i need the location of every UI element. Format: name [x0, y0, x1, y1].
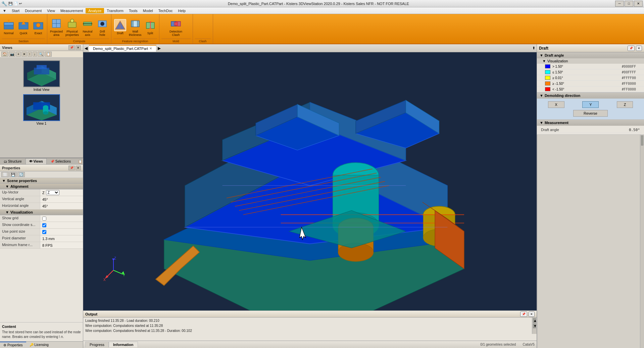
props-panel-pin[interactable]: 📌 [68, 166, 75, 170]
props-tb-btn3[interactable]: 🔄 [17, 172, 25, 177]
svg-text:X: X [103, 278, 106, 282]
visualization-subheader[interactable]: ▼ Visualization [537, 58, 644, 64]
view-thumb-initial[interactable]: Initial View [3, 60, 80, 92]
menu-transform[interactable]: Transform [104, 8, 126, 13]
tab-views[interactable]: 👁 Views [26, 158, 47, 164]
prop-row-pointsize: Use point size [0, 229, 83, 235]
output-line-1: Loading finished 11:35:28 - Load duratio… [85, 318, 530, 323]
measurement-header[interactable]: ▼ Measurement [537, 120, 644, 126]
quick-button[interactable]: Quick [17, 18, 30, 36]
menu-v[interactable]: ▼ [0, 8, 9, 13]
views-panel-close[interactable]: ✕ [76, 45, 81, 50]
color-label-gt150: > 1.50° [552, 65, 620, 68]
views-toolbar-btn1[interactable]: 🏠 [1, 52, 8, 57]
mold-label: Mold [161, 39, 191, 43]
minimize-button[interactable]: ─ [615, 1, 624, 7]
reverse-button[interactable]: Reverse [573, 110, 608, 117]
views-toolbar-btn5[interactable]: ↑ [28, 52, 32, 57]
demold-btn-y[interactable]: Y [582, 101, 599, 108]
neutral-axis-button[interactable]: Neutralaxis [81, 17, 94, 38]
right-panel-close[interactable]: ✕ [636, 46, 642, 51]
normal-button[interactable]: Normal [2, 18, 15, 36]
viewport-tab-main[interactable]: Demo_split_Plastic_Part.CATPart ✕ [89, 45, 156, 52]
right-panel-pin[interactable]: 📌 [628, 46, 635, 51]
color-swatch-ge001 [545, 76, 550, 80]
pointsize-checkbox[interactable] [42, 230, 46, 234]
showgrid-value[interactable] [40, 215, 83, 222]
right-scrollbar-thumb[interactable] [641, 135, 643, 146]
right-panel-scrollbar[interactable] [640, 135, 644, 348]
status-tab-information[interactable]: Information [109, 342, 138, 347]
scene-props-header[interactable]: ▼ Scene properties [0, 178, 83, 184]
views-toolbar-btn4[interactable]: ✕ [21, 52, 27, 57]
tab-properties[interactable]: ⚙ Properties [0, 342, 26, 348]
output-close[interactable]: ✕ [529, 311, 535, 317]
viewport-expand[interactable]: ⬆ [531, 45, 537, 51]
normal-icon [3, 19, 15, 31]
props-tb-btn2[interactable]: 💾 [9, 172, 17, 177]
status-tab-progress[interactable]: Progress [85, 342, 109, 347]
upvector-select[interactable]: Z [46, 190, 59, 195]
menu-document[interactable]: Document [22, 8, 44, 13]
showcoord-value[interactable] [40, 222, 83, 228]
drill-hole-button[interactable]: Drillhole [96, 17, 109, 38]
wall-thickness-button[interactable]: Wallthickness [128, 17, 142, 38]
menu-start[interactable]: Start [9, 8, 22, 13]
views-toolbar-btn3[interactable]: + [16, 52, 21, 57]
close-button[interactable]: ✕ [634, 1, 643, 7]
minfps-label: Minimum frame r... [0, 242, 40, 248]
showgrid-checkbox[interactable] [42, 217, 46, 221]
menu-tools[interactable]: Tools [126, 8, 140, 13]
viewport-tab-close[interactable]: ✕ [149, 47, 152, 50]
views-toolbar-btn6[interactable]: ↓ [33, 52, 37, 57]
exact-button[interactable]: Exact [32, 18, 45, 36]
alignment-header[interactable]: ▼ Alignment [0, 184, 83, 189]
props-tb-btn1[interactable]: ⬜ [1, 172, 9, 177]
view-thumb-view1[interactable]: View 1 [3, 94, 80, 125]
color-label-le150: ≤ 1.50° [552, 70, 620, 74]
detection-clash-button[interactable]: DetectionClash [169, 17, 183, 38]
vertical-value: 45° [40, 196, 83, 202]
output-scrollbar[interactable]: ▲ ▼ [532, 317, 537, 334]
physical-props-button[interactable]: Physicalproperties [65, 17, 80, 38]
right-panel-scroll-area [537, 135, 644, 348]
menu-model[interactable]: Model [140, 8, 156, 13]
projected-area-button[interactable]: Projectedarea [49, 17, 63, 38]
views-toolbar-btn7[interactable]: 🔍 [38, 52, 44, 57]
props-panel-close[interactable]: ✕ [76, 166, 81, 170]
exact-label: Exact [35, 32, 42, 35]
menu-analyze[interactable]: Analyze [86, 8, 104, 13]
view-thumb-label-initial: Initial View [34, 88, 50, 92]
scrollbar-up[interactable]: ▲ [533, 318, 536, 323]
viewport-3d[interactable]: X Y Z [83, 52, 537, 310]
scrollbar-down[interactable]: ▼ [533, 324, 536, 328]
neutral-axis-label: Neutralaxis [83, 30, 93, 37]
prop-row-showcoord: Show coordinate s... [0, 222, 83, 229]
tab-structure[interactable]: 🗂 Structure [0, 158, 26, 164]
pointsize-value[interactable] [40, 229, 83, 235]
maximize-button[interactable]: □ [625, 1, 633, 7]
color-row-gt150: > 1.50° #0000FF [537, 64, 644, 69]
draft-button[interactable]: Draft [113, 18, 127, 36]
demold-btn-z[interactable]: Z [617, 101, 633, 108]
views-toolbar-btn8[interactable]: 📋 [45, 52, 52, 57]
tab-licensing[interactable]: 🔑 Licensing [26, 342, 52, 348]
viewport-right-arrow[interactable]: ▶ [156, 46, 162, 51]
demolding-header[interactable]: ▼ Demolding direction [537, 93, 644, 99]
menu-view[interactable]: View [44, 8, 58, 13]
viewport-left-arrow[interactable]: ◀ [83, 46, 89, 51]
visualization-header[interactable]: ▼ Visualization [0, 210, 83, 215]
demold-btn-x[interactable]: X [548, 101, 564, 108]
output-pin[interactable]: 📌 [520, 311, 527, 317]
views-panel-pin[interactable]: 📌 [68, 45, 75, 50]
tab-selections[interactable]: 📌 Selections [47, 158, 75, 164]
upvector-value[interactable]: Z Z [40, 189, 83, 196]
showcoord-checkbox[interactable] [42, 223, 46, 227]
prop-row-vertical: Vertical angle 45° [0, 196, 83, 203]
menu-techdoc[interactable]: TechDoc [156, 8, 176, 13]
draft-angle-header[interactable]: ▼ Draft angle [537, 52, 644, 58]
split-button[interactable]: Split [144, 18, 157, 36]
menu-measurement[interactable]: Measurement [58, 8, 86, 13]
menu-help[interactable]: Help [176, 8, 189, 13]
views-toolbar-btn2[interactable]: 📷 [9, 52, 15, 57]
